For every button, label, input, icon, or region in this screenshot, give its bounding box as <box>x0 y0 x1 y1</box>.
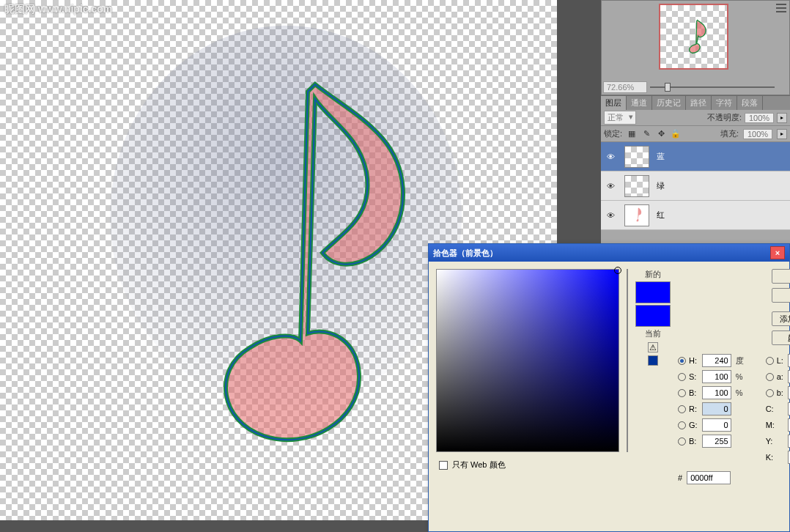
navigator-thumbnail[interactable] <box>659 4 728 70</box>
navigator-zoom-field[interactable]: 72.66% <box>603 81 647 93</box>
gamut-warning-icon[interactable]: ⚠ <box>648 342 658 352</box>
hue-slider[interactable] <box>627 269 628 452</box>
swatch-new-label: 新的 <box>645 269 661 280</box>
radio-a[interactable] <box>766 373 774 381</box>
navigator-panel: 72.66% <box>601 0 790 95</box>
blend-opacity-row: 正常 不透明度: 100% ▸ <box>601 110 790 126</box>
navigator-artwork-icon <box>676 15 712 59</box>
field-s[interactable] <box>702 370 731 383</box>
color-values-grid: H: 度 L: S: % a: B: % b: <box>678 354 790 464</box>
radio-b[interactable] <box>766 389 774 397</box>
radio-r[interactable] <box>678 405 686 413</box>
tab-channels[interactable]: 通道 <box>627 96 652 110</box>
field-g[interactable] <box>702 418 731 432</box>
web-only-checkbox[interactable] <box>439 461 448 470</box>
layer-thumbnail[interactable] <box>624 146 649 168</box>
music-note-artwork <box>88 26 469 495</box>
radio-h[interactable] <box>678 357 686 365</box>
color-picker-dialog: 拾色器（前景色） × 只有 Web 颜色 新的 当前 ⚠ 确定 <box>428 243 790 532</box>
opacity-label: 不透明度: <box>707 112 742 123</box>
dialog-title: 拾色器（前景色） <box>433 248 498 259</box>
field-bv[interactable] <box>702 386 731 399</box>
swatch-cur-label: 当前 <box>645 328 661 339</box>
blend-mode-select[interactable]: 正常 <box>604 111 636 125</box>
hex-field[interactable] <box>687 471 731 484</box>
fill-flyout-icon[interactable]: ▸ <box>777 129 787 139</box>
dialog-titlebar[interactable]: 拾色器（前景色） × <box>429 244 789 262</box>
tab-layers[interactable]: 图层 <box>601 96 627 110</box>
lock-pixels-icon[interactable]: ✎ <box>641 129 651 139</box>
ok-button[interactable]: 确定 <box>772 269 790 284</box>
fill-label: 填充: <box>720 128 739 139</box>
lock-trans-icon[interactable]: ▦ <box>627 129 637 139</box>
layer-row[interactable]: 👁 绿 <box>601 171 790 201</box>
hex-row: # <box>678 471 790 484</box>
eye-icon[interactable]: 👁 <box>601 211 620 220</box>
layers-list: 👁 蓝 👁 绿 👁 红 <box>601 142 790 230</box>
reset-button[interactable]: 复位 <box>772 288 790 303</box>
swatch-current[interactable] <box>635 305 671 327</box>
add-swatch-button[interactable]: 添加到色板 <box>772 311 790 326</box>
layer-row[interactable]: 👁 蓝 <box>601 142 790 171</box>
layer-thumbnail[interactable] <box>624 175 649 197</box>
field-h[interactable] <box>702 354 731 367</box>
fill-field[interactable]: 100% <box>743 129 772 139</box>
panel-menu-icon[interactable] <box>776 4 786 12</box>
eye-icon[interactable]: 👁 <box>601 182 620 191</box>
radio-s[interactable] <box>678 373 686 381</box>
navigator-zoom-slider[interactable] <box>650 84 775 91</box>
field-r[interactable] <box>702 402 731 415</box>
web-only-label: 只有 Web 颜色 <box>452 459 506 470</box>
opacity-field[interactable]: 100% <box>745 113 774 123</box>
lock-row: 锁定: ▦ ✎ ✥ 🔒 填充: 100% ▸ <box>601 126 790 142</box>
tab-history[interactable]: 历史记 <box>652 96 686 110</box>
layer-name[interactable]: 蓝 <box>654 151 790 162</box>
picker-right-column: 确定 复位 添加到色板 颜色库 H: 度 L: S: % a: B: <box>678 269 790 524</box>
radio-g[interactable] <box>678 421 686 429</box>
lock-all-icon[interactable]: 🔒 <box>671 129 681 139</box>
lock-position-icon[interactable]: ✥ <box>656 129 666 139</box>
tab-char[interactable]: 字符 <box>712 96 737 110</box>
radio-l[interactable] <box>766 357 774 365</box>
radio-bb[interactable] <box>678 437 686 446</box>
lock-label: 锁定: <box>604 128 622 139</box>
mini-swatch[interactable] <box>648 355 658 366</box>
panel-tabbar: 图层 通道 历史记 路径 字符 段落 <box>601 95 790 110</box>
swatch-new[interactable] <box>635 281 671 303</box>
tab-para[interactable]: 段落 <box>737 96 763 110</box>
swatch-column: 新的 当前 ⚠ <box>635 269 671 524</box>
layer-name[interactable]: 绿 <box>654 180 790 191</box>
layer-thumbnail[interactable] <box>624 204 649 226</box>
layer-name[interactable]: 红 <box>654 210 790 221</box>
tab-paths[interactable]: 路径 <box>686 96 712 110</box>
opacity-flyout-icon[interactable]: ▸ <box>777 113 787 123</box>
hex-prefix: # <box>678 473 682 482</box>
picker-cursor-icon[interactable] <box>614 267 621 274</box>
saturation-value-field[interactable] <box>436 269 619 452</box>
color-libs-button[interactable]: 颜色库 <box>772 330 790 345</box>
radio-bv[interactable] <box>678 389 686 397</box>
eye-icon[interactable]: 👁 <box>601 152 620 161</box>
layer-row[interactable]: 👁 红 <box>601 201 790 230</box>
close-icon[interactable]: × <box>770 246 785 259</box>
field-bb[interactable] <box>702 435 731 448</box>
